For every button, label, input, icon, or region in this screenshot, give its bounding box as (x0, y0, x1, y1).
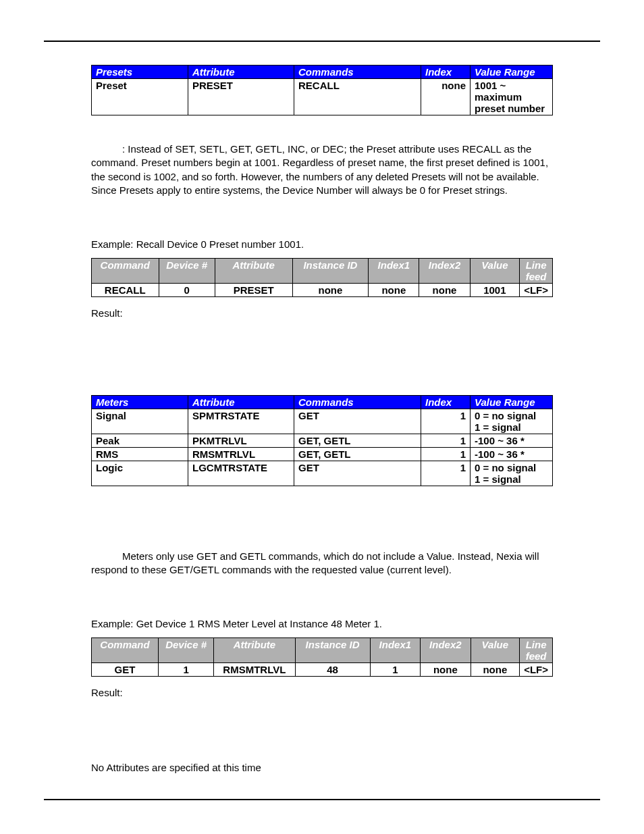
cmd-header-index1: Index1 (369, 259, 419, 284)
presets-header-index: Index (421, 66, 471, 79)
top-rule (44, 41, 600, 42)
meters-table: Meters Attribute Commands Index Value Ra… (91, 395, 553, 486)
meters-row2-col0: RMS (92, 447, 188, 461)
meters-row3-col2: GET (294, 461, 421, 486)
meters-header-commands: Commands (294, 395, 421, 409)
meters-row3-col0: Logic (92, 461, 188, 486)
presets-row0-col0: Preset (92, 79, 188, 115)
meters-cmd-col6: none (471, 663, 520, 677)
meters-row1-col3: 1 (421, 434, 471, 447)
presets-header-commands: Commands (294, 66, 421, 79)
presets-result-label: Result: (91, 307, 553, 320)
meters-note: Meters only use GET and GETL commands, w… (91, 550, 553, 577)
meters-header-attribute: Attribute (188, 395, 294, 409)
meters-row1-col2: GET, GETL (294, 434, 421, 447)
cmd2-header-value: Value (471, 638, 520, 663)
presets-cmd-col1: 0 (159, 284, 215, 297)
meters-row2-col1: RMSMTRLVL (188, 447, 294, 461)
meters-cmd-col7: <LF> (520, 663, 553, 677)
presets-header-valuerange: Value Range (471, 66, 553, 79)
meters-row3-col1: LGCMTRSTATE (188, 461, 294, 486)
meters-row2-col3: 1 (421, 447, 471, 461)
meters-cmd-col0: GET (92, 663, 159, 677)
cmd-header-attribute: Attribute (215, 259, 292, 284)
presets-row0-col2: RECALL (294, 79, 421, 115)
presets-cmd-col0: RECALL (92, 284, 159, 297)
meters-header-valuerange: Value Range (471, 395, 553, 409)
meters-header-meters: Meters (92, 395, 188, 409)
presets-row0-col3: none (421, 79, 471, 115)
presets-cmd-col3: none (292, 284, 369, 297)
presets-example-label: Example: Recall Device 0 Preset number 1… (91, 238, 553, 251)
presets-cmd-col4: none (369, 284, 419, 297)
meters-result-label: Result: (91, 686, 553, 700)
meters-cmd-col5: none (421, 663, 471, 677)
meters-row2-col4: -100 ~ 36 * (471, 447, 553, 461)
meters-row0-col4: 0 = no signal 1 = signal (471, 409, 553, 434)
meters-cmd-col1: 1 (158, 663, 213, 677)
presets-header-presets: Presets (92, 66, 188, 79)
cmd2-header-attribute: Attribute (214, 638, 295, 663)
cmd-header-device: Device # (159, 259, 215, 284)
meters-row1-col0: Peak (92, 434, 188, 447)
cmd2-header-index1: Index1 (370, 638, 420, 663)
meters-cmd-col4: 1 (370, 663, 420, 677)
no-attributes-text: No Attributes are specified at this time (91, 761, 553, 775)
meters-header-index: Index (421, 395, 471, 409)
meters-row0-col0: Signal (92, 409, 188, 434)
meters-row0-col3: 1 (421, 409, 471, 434)
meters-command-table: Command Device # Attribute Instance ID I… (91, 637, 553, 677)
meters-row3-col3: 1 (421, 461, 471, 486)
presets-note: : Instead of SET, SETL, GET, GETL, INC, … (91, 142, 553, 197)
meters-row0-col2: GET (294, 409, 421, 434)
meters-row3-col4: 0 = no signal 1 = signal (471, 461, 553, 486)
cmd-header-instance: Instance ID (292, 259, 369, 284)
cmd-header-linefeed: Line feed (520, 259, 553, 284)
presets-row0-col4: 1001 ~ maximum preset number (471, 79, 553, 115)
presets-table: Presets Attribute Commands Index Value R… (91, 65, 553, 115)
cmd2-header-command: Command (92, 638, 159, 663)
bottom-rule (44, 799, 600, 800)
presets-command-table: Command Device # Attribute Instance ID I… (91, 258, 553, 297)
meters-row2-col2: GET, GETL (294, 447, 421, 461)
cmd2-header-index2: Index2 (421, 638, 471, 663)
presets-cmd-col6: 1001 (470, 284, 520, 297)
presets-header-attribute: Attribute (188, 66, 294, 79)
meters-example-label: Example: Get Device 1 RMS Meter Level at… (91, 617, 553, 631)
presets-cmd-col2: PRESET (215, 284, 292, 297)
cmd2-header-linefeed: Line feed (520, 638, 553, 663)
meters-row1-col4: -100 ~ 36 * (471, 434, 553, 447)
cmd2-header-instance: Instance ID (295, 638, 370, 663)
presets-row0-col1: PRESET (188, 79, 294, 115)
presets-cmd-col5: none (419, 284, 470, 297)
meters-row0-col1: SPMTRSTATE (188, 409, 294, 434)
cmd-header-value: Value (470, 259, 520, 284)
presets-cmd-col7: <LF> (520, 284, 553, 297)
cmd2-header-device: Device # (158, 638, 213, 663)
meters-cmd-col3: 48 (295, 663, 370, 677)
meters-cmd-col2: RMSMTRLVL (214, 663, 295, 677)
cmd-header-index2: Index2 (419, 259, 470, 284)
meters-row1-col1: PKMTRLVL (188, 434, 294, 447)
cmd-header-command: Command (92, 259, 159, 284)
